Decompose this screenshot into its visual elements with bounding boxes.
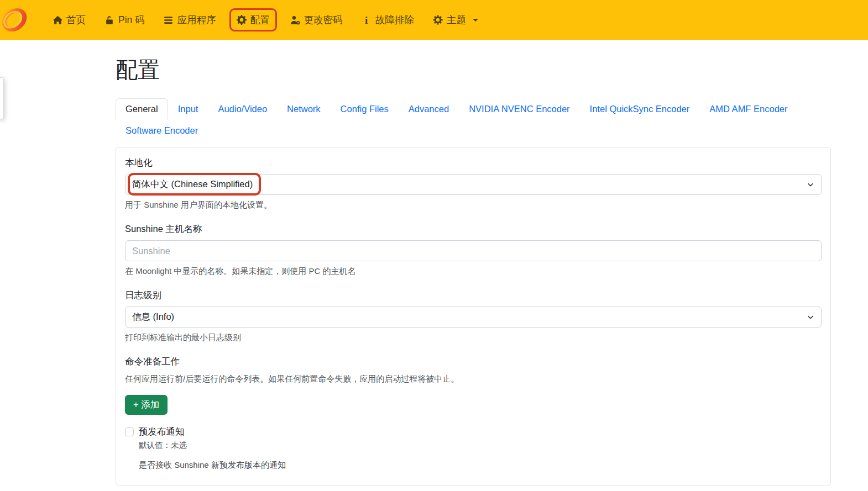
locale-help-text: 用于 Sunshine 用户界面的本地化设置。: [125, 200, 822, 210]
nav-item-label: 应用程序: [177, 13, 216, 27]
prerelease-help-text: 是否接收 Sunshine 新预发布版本的通知: [139, 460, 822, 471]
log-level-label: 日志级别: [125, 289, 822, 302]
tab-input[interactable]: Input: [168, 98, 208, 120]
locale-selected-value: 简体中文 (Chinese Simplified): [132, 178, 253, 191]
hostname-field-group: Sunshine 主机名称 在 Moonlight 中显示的名称。如果未指定，则…: [125, 223, 822, 277]
locale-select[interactable]: 简体中文 (Chinese Simplified): [125, 174, 822, 195]
gear-icon: [237, 15, 247, 25]
left-edge-panel-artifact: [0, 77, 4, 119]
hostname-input[interactable]: [125, 240, 822, 261]
info-icon: i: [362, 15, 372, 25]
prerelease-label[interactable]: 预发布通知: [139, 426, 185, 438]
tab-audio-video[interactable]: Audio/Video: [208, 98, 277, 120]
nav-item-applications[interactable]: 应用程序: [156, 9, 223, 31]
log-level-selected-value: 信息 (Info): [132, 311, 174, 323]
unlock-icon: [104, 15, 114, 25]
tab-general[interactable]: General: [116, 98, 168, 120]
tab-network[interactable]: Network: [277, 98, 331, 120]
home-icon: [53, 15, 62, 25]
tab-intel-quicksync-encoder[interactable]: Intel QuickSync Encoder: [580, 98, 700, 120]
hostname-help-text: 在 Moonlight 中显示的名称。如果未指定，则使用 PC 的主机名: [125, 266, 822, 277]
nav-item-change-password[interactable]: 更改密码: [283, 9, 350, 31]
add-command-button[interactable]: + 添加: [125, 395, 168, 415]
general-settings-card: 本地化 简体中文 (Chinese Simplified) 用于 Sunshin…: [116, 147, 831, 485]
nav-item-label: 首页: [66, 13, 86, 27]
prerelease-checkbox[interactable]: [125, 427, 134, 436]
nav-item-label: 配置: [250, 13, 270, 27]
nav-item-theme[interactable]: 主题: [426, 9, 485, 31]
nav-item-pin[interactable]: Pin 码: [97, 9, 152, 31]
person-lock-icon: [290, 15, 300, 25]
locale-field-group: 本地化 简体中文 (Chinese Simplified) 用于 Sunshin…: [125, 157, 822, 210]
nav-item-label: Pin 码: [118, 13, 145, 27]
nav-item-label: 主题: [447, 13, 466, 27]
nav-menu: 首页 Pin 码 应用程序: [45, 8, 485, 31]
page-title: 配置: [116, 55, 831, 85]
navbar: 首页 Pin 码 应用程序: [0, 0, 868, 40]
prep-commands-label: 命令准备工作: [125, 356, 822, 368]
list-icon: [164, 15, 174, 25]
log-level-help-text: 打印到标准输出的最小日志级别: [125, 332, 822, 343]
log-level-select[interactable]: 信息 (Info): [125, 307, 822, 328]
tab-config-files[interactable]: Config Files: [331, 98, 399, 120]
theme-gear-icon: [433, 15, 443, 25]
prep-commands-help-text: 任何应用运行前/后要运行的命令列表。如果任何前置命令失败，应用的启动过程将被中止…: [125, 374, 822, 384]
nav-item-label: 故障排除: [375, 13, 414, 27]
tab-advanced[interactable]: Advanced: [399, 98, 459, 120]
tab-software-encoder[interactable]: Software Encoder: [116, 120, 208, 141]
sunshine-logo[interactable]: [4, 3, 35, 36]
locale-label: 本地化: [125, 157, 822, 169]
log-level-field-group: 日志级别 信息 (Info) 打印到标准输出的最小日志级别: [125, 289, 822, 343]
nav-item-troubleshooting[interactable]: i 故障排除: [354, 9, 421, 31]
nav-item-home[interactable]: 首页: [45, 9, 93, 31]
prerelease-default-note: 默认值：未选: [139, 440, 822, 451]
prerelease-group: 预发布通知 默认值：未选 是否接收 Sunshine 新预发布版本的通知: [125, 426, 822, 471]
prep-commands-group: 命令准备工作 任何应用运行前/后要运行的命令列表。如果任何前置命令失败，应用的启…: [125, 356, 822, 415]
nav-item-configuration[interactable]: 配置: [229, 8, 277, 31]
tab-amd-amf-encoder[interactable]: AMD AMF Encoder: [699, 98, 797, 120]
nav-item-label: 更改密码: [304, 13, 343, 27]
config-tabs: General Input Audio/Video Network Config…: [116, 98, 831, 141]
tab-nvidia-nvenc-encoder[interactable]: NVIDIA NVENC Encoder: [459, 98, 579, 120]
config-page: 配置 General Input Audio/Video Network Con…: [116, 55, 831, 491]
hostname-label: Sunshine 主机名称: [125, 223, 822, 235]
chevron-down-icon: [473, 19, 478, 22]
